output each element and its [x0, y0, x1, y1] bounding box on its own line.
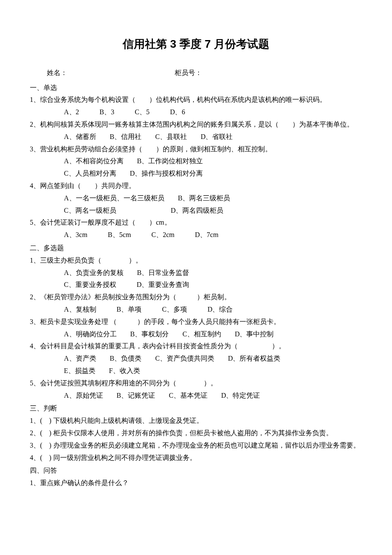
s3q3: 3、( ) 办理现金业务的柜员必须建立尾箱，不办理现金业务的柜员也可以建立尾箱，… [30, 439, 362, 452]
s1q3-opts2: C、人员相对分离 D、操作与授权相对分离 [64, 168, 362, 180]
s2q4-opts2: E、损益类 F、收入类 [64, 365, 362, 377]
s2q2-opts: A、复核制 B、单项 C、多项 D、综合 [64, 304, 362, 316]
exam-title: 信用社第 3 季度 7 月份考试题 [30, 34, 362, 54]
s2q1-opts2: C、重要业务授权 D、重要业务查询 [64, 279, 362, 291]
s1q4: 4、网点签到由（ ）共同办理。 [30, 180, 362, 192]
section3-heading: 三、判断 [30, 402, 362, 415]
s3q1: 1、( ) 下级机构只能向上级机构请领、上缴现金及凭证。 [30, 415, 362, 427]
section2-heading: 二、多选题 [30, 242, 362, 254]
s2q4: 4、会计科目是会计核算的重要工具，表内会计科目按资金性质分为（ ）。 [30, 340, 362, 353]
s1q5-opts: A、3cm B、5cm C、2cm D、7cm [64, 229, 362, 241]
s3q2: 2、( ) 柜员卡仅限本人使用，并对所有的操作负责，但柜员卡被他人盗用的，不为其… [30, 427, 362, 439]
s2q1-opts1: A、负责业务的复核 B、日常业务监督 [64, 267, 362, 279]
teller-label: 柜员号： [175, 67, 202, 79]
name-label: 姓名： [47, 67, 175, 79]
name-line: 姓名： 柜员号： [30, 67, 362, 79]
s3q4: 4、( ) 同一级别营业机构之间不得办理凭证调拨业务。 [30, 452, 362, 464]
s1q1: 1、综合业务系统为每个机构设置（ ）位机构代码，机构代码在系统内是该机构的唯一标… [30, 94, 362, 106]
s2q5-opts: A、原始凭证 B、记账凭证 C、基本凭证 D、特定凭证 [64, 390, 362, 402]
s4q1: 1、重点账户确认的条件是什么？ [30, 477, 362, 489]
s2q3: 3、柜员卡是实现业务处理 （ ）的手段，每个业务人员只能持有一张柜员卡。 [30, 316, 362, 328]
s1q5: 5、会计凭证装订一般厚度不超过（ ）cm。 [30, 217, 362, 229]
s1q2: 2、机构间核算关系体现同一账务核算主体范围内机构之间的账务归属关系，是以（ ）为… [30, 119, 362, 131]
s1q4-opts1: A、一名一级柜员、一名三级柜员 B、两名三级柜员 [64, 192, 362, 205]
s1q1-opts: A、2 B、3 C、5 D、6 [64, 106, 362, 119]
s1q4-opts2: C、两名一级柜员 D、两名四级柜员 [64, 205, 362, 217]
s2q2: 2、《柜员管理办法》柜员制按业务范围划分为（ ）柜员制。 [30, 291, 362, 304]
s1q3-opts1: A、不相容岗位分离 B、工作岗位相对独立 [64, 155, 362, 168]
s1q2-opts: A、储蓄所 B、信用社 C、县联社 D、省联社 [64, 131, 362, 143]
s2q4-opts1: A、资产类 B、负债类 C、资产负债共同类 D、所有者权益类 [64, 353, 362, 365]
section4-heading: 四、问答 [30, 465, 362, 477]
section1-heading: 一、单选 [30, 82, 362, 94]
s2q3-opts: A、明确岗位分工 B、事权划分 C、相互制约 D、事中控制 [64, 328, 362, 341]
s1q3: 3、营业机构柜员劳动组合必须坚持（ ）的原则，做到相互制约、相互控制。 [30, 143, 362, 156]
s2q1: 1、三级主办柜员负责（ ）。 [30, 254, 362, 267]
s2q5: 5、会计凭证按照其填制程序和用途的不同分为（ ）。 [30, 377, 362, 390]
